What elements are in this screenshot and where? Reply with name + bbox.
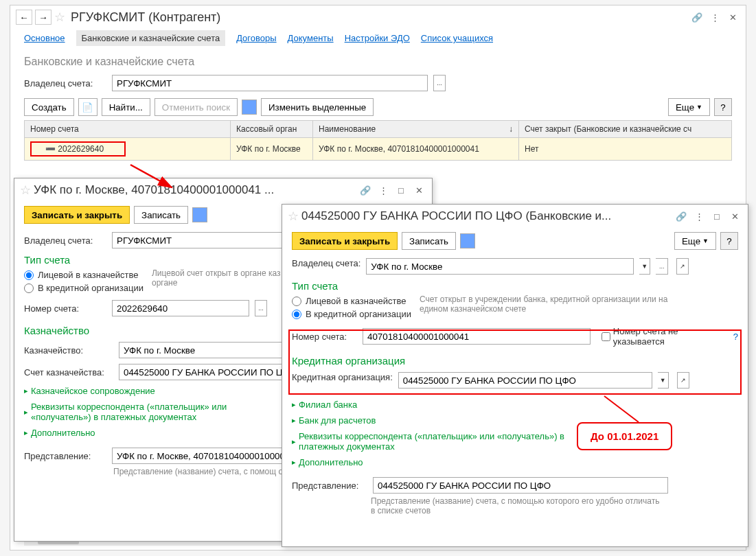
repr-hint: Представление (название) счета, с помощь… [371, 496, 666, 516]
owner-input[interactable] [366, 258, 634, 275]
owner-input[interactable] [112, 75, 428, 91]
svg-line-0 [130, 165, 172, 187]
radio-treasury[interactable] [292, 297, 301, 306]
callout-connector [597, 395, 652, 426]
tab-main[interactable]: Основное [24, 30, 65, 46]
cell-closed: Нет [519, 138, 732, 161]
treasury-label: Казначейство: [24, 345, 113, 356]
tab-contracts[interactable]: Договоры [236, 30, 276, 46]
menu-icon[interactable]: ⋮ [691, 209, 707, 224]
save-button[interactable]: Записать [134, 206, 188, 224]
change-selected-button[interactable]: Изменить выделенные [261, 98, 374, 116]
list-icon[interactable] [242, 100, 257, 115]
tab-students[interactable]: Список учащихся [421, 30, 493, 46]
window-title: РГУФКСМИТ (Контрагент) [71, 10, 687, 25]
owner-label: Владелец счета: [24, 235, 106, 246]
radio-hint: Счет открыт в учреждении банка, кредитно… [420, 294, 680, 314]
repr-label: Представление: [292, 480, 367, 491]
treasury-acc-input[interactable] [119, 364, 304, 380]
favorite-icon[interactable]: ☆ [20, 183, 31, 198]
account-input[interactable] [112, 300, 249, 316]
owner-label: Владелец счета: [24, 78, 106, 89]
account-select[interactable]: ... [255, 300, 267, 316]
save-close-button[interactable]: Записать и закрыть [292, 232, 398, 250]
credit-label: Кредитная организация: [292, 372, 393, 382]
tab-documents[interactable]: Документы [288, 30, 334, 46]
close-icon[interactable]: ✕ [727, 209, 742, 224]
sub1-title: УФК по г. Москве, 40701810400001000041 .… [34, 183, 355, 197]
section-title: Банковские и казначейские счета [10, 51, 746, 72]
cancel-search-button[interactable]: Отменить поиск [154, 98, 238, 116]
more-button[interactable]: Еще ▼ [674, 232, 716, 250]
account-label: Номер счета: [24, 303, 106, 314]
table-row[interactable]: ➖ 2022629640 УФК по г. Москве УФК по г. … [25, 138, 732, 161]
link-icon[interactable]: 🔗 [689, 10, 705, 25]
owner-label: Владелец счета: [292, 258, 360, 268]
svg-line-1 [604, 396, 639, 422]
favorite-icon[interactable]: ☆ [54, 10, 65, 25]
account-label: Номер счета: [292, 332, 357, 342]
owner-dots[interactable]: ... [656, 258, 668, 275]
col-name[interactable]: Наименование↓ [313, 121, 519, 138]
menu-icon[interactable]: ⋮ [707, 10, 722, 25]
link-icon[interactable]: 🔗 [674, 209, 689, 224]
link-icon[interactable]: 🔗 [358, 183, 373, 198]
find-button[interactable]: Найти... [102, 98, 150, 116]
owner-open[interactable]: ↗ [676, 258, 689, 275]
red-arrow-annotation [127, 161, 182, 192]
tabs-bar: Основное Банковские и казначейские счета… [10, 29, 746, 51]
more-button[interactable]: Еще ▼ [668, 98, 710, 116]
repr-input[interactable] [112, 448, 304, 464]
accounts-table: Номер счета Кассовый орган Наименование↓… [24, 120, 732, 161]
list-icon[interactable] [460, 233, 475, 248]
help-button[interactable]: ? [714, 98, 732, 116]
cell-kassa: УФК по г. Москве [231, 138, 313, 161]
expand-branch[interactable]: ▸Филиал банка [292, 397, 738, 413]
credit-drop[interactable]: ▼ [658, 372, 669, 389]
treasury-input[interactable] [119, 342, 284, 358]
tab-accounts[interactable]: Банковские и казначейские счета [76, 30, 226, 46]
red-callout: До 01.01.2021 [577, 422, 672, 450]
radio-hint: Лицевой счет открыт в органе каз органе [152, 268, 289, 288]
owner-drop[interactable]: ▼ [639, 258, 650, 275]
nav-forward-button[interactable]: → [35, 10, 51, 25]
sub2-title: 044525000 ГУ БАНКА РОССИИ ПО ЦФО (Банков… [301, 209, 671, 223]
credit-header: Кредитная организация [292, 352, 738, 369]
create-button[interactable]: Создать [24, 98, 74, 116]
maximize-icon[interactable]: □ [709, 209, 724, 224]
no-account-label: Номер счета не указывается [613, 326, 725, 347]
tab-edo[interactable]: Настройки ЭДО [345, 30, 410, 46]
radio-treasury[interactable] [24, 270, 34, 280]
expand-additional[interactable]: ▸Дополнительно [292, 454, 738, 470]
copy-button[interactable]: 📄 [78, 98, 98, 116]
account-input[interactable] [363, 328, 591, 345]
col-kassa[interactable]: Кассовый орган [231, 121, 313, 138]
owner-input[interactable] [112, 232, 290, 248]
menu-icon[interactable]: ⋮ [376, 183, 391, 198]
cell-account: 2022629640 [58, 144, 104, 154]
credit-input[interactable] [398, 372, 652, 389]
maximize-icon[interactable]: □ [393, 183, 409, 198]
save-close-button[interactable]: Записать и закрыть [24, 206, 130, 224]
col-account[interactable]: Номер счета [25, 121, 231, 138]
no-account-checkbox[interactable] [602, 332, 610, 341]
credit-open[interactable]: ↗ [677, 372, 689, 389]
help-link[interactable]: ? [733, 332, 738, 342]
nav-back-button[interactable]: ← [16, 10, 32, 25]
col-closed[interactable]: Счет закрыт (Банковские и казначейские с… [519, 121, 732, 138]
type-header: Тип счета [292, 277, 738, 294]
favorite-icon[interactable]: ☆ [288, 209, 299, 224]
treasury-acc-label: Счет казначейства: [24, 367, 113, 378]
close-icon[interactable]: ✕ [725, 10, 740, 25]
save-button[interactable]: Записать [402, 232, 456, 250]
radio-credit[interactable] [24, 283, 34, 293]
list-icon[interactable] [192, 207, 207, 222]
repr-input[interactable] [373, 477, 668, 494]
cell-name: УФК по г. Москве, 40701810400001000041 [313, 138, 519, 161]
close-icon[interactable]: ✕ [411, 183, 426, 198]
repr-label: Представление: [24, 451, 106, 461]
radio-credit[interactable] [292, 310, 301, 319]
help-button[interactable]: ? [720, 232, 738, 250]
owner-select-button[interactable]: ... [433, 75, 446, 91]
